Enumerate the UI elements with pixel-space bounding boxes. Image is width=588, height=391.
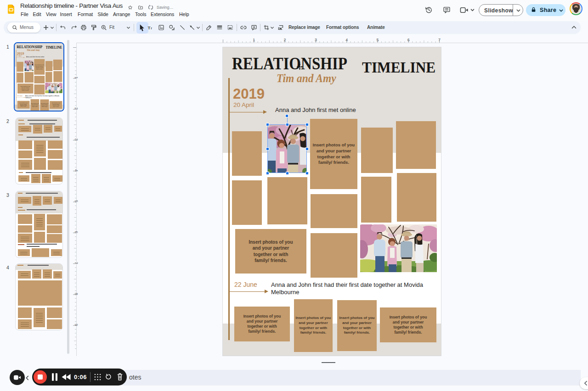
svg-text:9: 9: [74, 324, 79, 326]
svg-text:r: r: [151, 27, 152, 30]
svg-text:6: 6: [407, 38, 410, 42]
svg-text:3: 3: [315, 38, 317, 42]
svg-text:4: 4: [74, 169, 79, 172]
svg-text:1: 1: [74, 77, 79, 79]
svg-text:6: 6: [74, 231, 79, 233]
svg-text:7: 7: [74, 262, 79, 264]
svg-text:T: T: [148, 25, 151, 30]
svg-text:7: 7: [438, 38, 441, 42]
svg-text:8: 8: [74, 293, 79, 295]
svg-text:2: 2: [284, 38, 286, 42]
svg-text:3: 3: [74, 138, 79, 140]
svg-text:2: 2: [74, 107, 79, 110]
svg-text:5: 5: [74, 200, 79, 202]
svg-text:5: 5: [377, 38, 379, 42]
svg-text:1: 1: [253, 38, 255, 42]
svg-text:4: 4: [345, 38, 348, 42]
